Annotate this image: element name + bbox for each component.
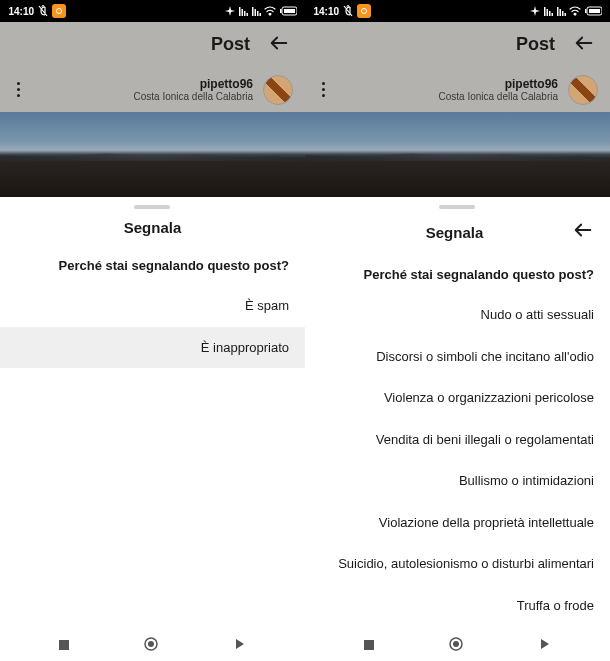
svg-point-13 <box>347 6 349 8</box>
svg-rect-11 <box>544 7 546 16</box>
report-option[interactable]: Bullismo o intimidazioni <box>305 460 610 502</box>
status-bar: 14:10 <box>305 0 610 22</box>
report-option[interactable]: Suicidio, autolesionismo o disturbi alim… <box>305 543 610 585</box>
svg-point-26 <box>56 9 61 14</box>
svg-rect-1 <box>589 9 600 13</box>
report-option[interactable]: Discorsi o simboli che incitano all'odio <box>305 336 610 378</box>
svg-rect-21 <box>252 7 254 16</box>
sheet-handle[interactable] <box>135 205 171 209</box>
report-option[interactable]: Violenza o organizzazioni pericolose <box>305 377 610 419</box>
sheet-title: Segnala <box>357 224 552 241</box>
signal-icon-2 <box>543 6 553 16</box>
status-time: 14:10 <box>313 6 339 17</box>
svg-rect-16 <box>280 9 282 13</box>
svg-rect-5 <box>562 11 564 16</box>
mute-icon <box>342 5 354 17</box>
status-bar: 14:10 <box>0 0 305 22</box>
svg-rect-25 <box>239 7 241 16</box>
svg-rect-9 <box>549 11 551 16</box>
post-header: Post <box>0 22 305 67</box>
page-title: Post <box>211 34 250 55</box>
orange-indicator <box>357 4 371 18</box>
options-list-right: È spamÈ inappropriato <box>0 285 305 368</box>
airplane-icon <box>530 6 540 16</box>
user-row[interactable]: pipetto96 Costa Ionica della Calabria <box>0 67 305 112</box>
svg-point-27 <box>42 6 44 8</box>
svg-point-12 <box>361 9 366 14</box>
report-option[interactable]: Truffa o frode <box>305 585 610 627</box>
more-options-icon[interactable] <box>317 77 330 102</box>
svg-rect-22 <box>247 13 249 16</box>
sheet-title: Segnala <box>16 219 289 236</box>
user-location: Costa Ionica della Calabria <box>35 91 253 102</box>
svg-rect-6 <box>560 9 562 16</box>
svg-point-32 <box>149 641 155 647</box>
report-option[interactable]: È spam <box>0 285 305 327</box>
orange-indicator <box>52 4 66 18</box>
user-row[interactable]: pipetto96 Costa Ionica della Calabria <box>305 67 610 112</box>
svg-rect-30 <box>364 640 374 650</box>
svg-rect-33 <box>59 640 69 650</box>
report-option[interactable]: È inappropriato <box>0 327 305 369</box>
nav-home-button[interactable] <box>434 631 480 661</box>
report-sheet: Segnala Perché stai segnalando questo po… <box>0 197 305 630</box>
user-location: Costa Ionica della Calabria <box>340 91 558 102</box>
sheet-handle[interactable] <box>440 205 476 209</box>
status-time: 14:10 <box>8 6 34 17</box>
android-nav-bar <box>0 630 610 661</box>
nav-back-button[interactable] <box>218 632 262 660</box>
svg-rect-20 <box>255 9 257 16</box>
options-list-left: Nudo o atti sessualiDiscorsi o simboli c… <box>305 294 610 630</box>
back-arrow-icon[interactable] <box>268 32 290 58</box>
post-header: Post <box>305 22 610 67</box>
svg-rect-10 <box>547 9 549 16</box>
svg-rect-8 <box>552 13 554 16</box>
svg-rect-18 <box>260 13 262 16</box>
signal-icon <box>556 6 566 16</box>
nav-back-button[interactable] <box>523 632 567 660</box>
report-question: Perché stai segnalando questo post? <box>305 259 610 294</box>
svg-rect-4 <box>565 13 567 16</box>
svg-rect-19 <box>257 11 259 16</box>
svg-rect-24 <box>242 9 244 16</box>
svg-rect-15 <box>284 9 295 13</box>
svg-rect-7 <box>557 7 559 16</box>
battery-icon <box>279 6 297 16</box>
signal-icon-2 <box>238 6 248 16</box>
post-image <box>0 112 305 197</box>
wifi-icon <box>569 6 581 16</box>
screen-left: 14:10 Post pipetto96 Costa Ionica della … <box>305 0 610 630</box>
report-question: Perché stai segnalando questo post? <box>0 250 305 285</box>
username: pipetto96 <box>35 77 253 91</box>
username: pipetto96 <box>340 77 558 91</box>
mute-icon <box>37 5 49 17</box>
svg-point-29 <box>454 641 460 647</box>
screen-right: 14:10 Post pipetto96 Costa Ionica della … <box>0 0 305 630</box>
more-options-icon[interactable] <box>12 77 25 102</box>
sheet-back-icon[interactable] <box>572 219 594 245</box>
svg-point-17 <box>269 14 271 16</box>
report-sheet: Segnala Perché stai segnalando questo po… <box>305 197 610 630</box>
page-title: Post <box>516 34 555 55</box>
nav-recents-button[interactable] <box>348 632 390 660</box>
svg-point-3 <box>574 14 576 16</box>
nav-home-button[interactable] <box>129 631 175 661</box>
back-arrow-icon[interactable] <box>573 32 595 58</box>
avatar[interactable] <box>263 75 293 105</box>
battery-icon <box>584 6 602 16</box>
nav-recents-button[interactable] <box>43 632 85 660</box>
report-option[interactable]: Vendita di beni illegali o regolamentati <box>305 419 610 461</box>
airplane-icon <box>225 6 235 16</box>
svg-rect-23 <box>244 11 246 16</box>
report-option[interactable]: Violazione della proprietà intellettuale <box>305 502 610 544</box>
svg-rect-2 <box>585 9 587 13</box>
wifi-icon <box>264 6 276 16</box>
report-option[interactable]: Nudo o atti sessuali <box>305 294 610 336</box>
avatar[interactable] <box>568 75 598 105</box>
signal-icon <box>251 6 261 16</box>
post-image <box>305 112 610 197</box>
